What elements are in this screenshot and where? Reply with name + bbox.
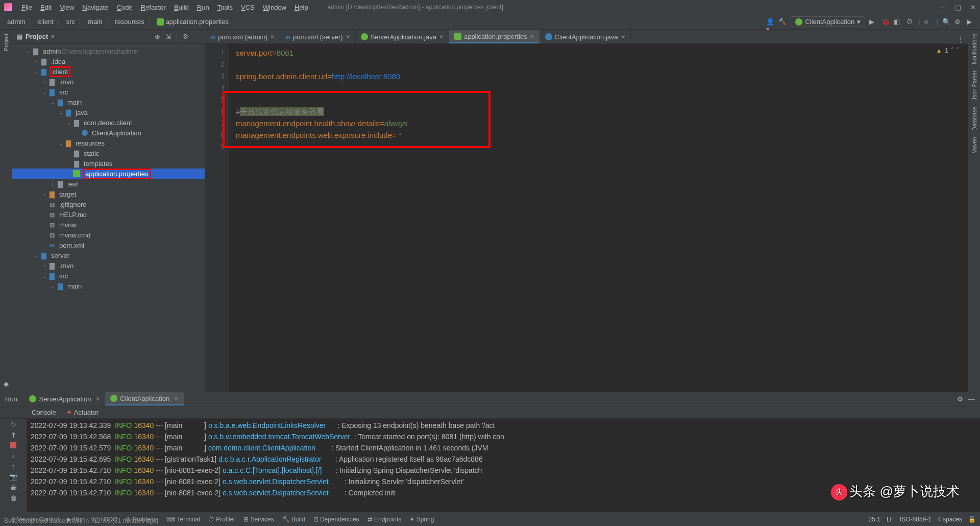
editor-tab[interactable]: ServerApplication.java✕ <box>356 30 449 43</box>
menu-refactor[interactable]: Refactor <box>137 4 170 11</box>
tree-node[interactable]: application.properties <box>12 169 205 179</box>
code-line[interactable] <box>236 141 968 153</box>
tree-node[interactable]: ⌄ ▇com.demo.client <box>12 117 205 128</box>
status-services[interactable]: ⊞ Services <box>239 516 278 523</box>
editor-tab[interactable]: mpom.xml (server)✕ <box>280 30 356 43</box>
tree-node[interactable]: ClientApplication <box>12 128 205 138</box>
tree-node[interactable]: ▥.gitignore <box>12 199 205 209</box>
debug-button[interactable]: 🐞 <box>881 18 890 26</box>
tree-node[interactable]: › ▇target <box>12 189 205 199</box>
tree-node[interactable]: ⌄ ▇main <box>12 97 205 107</box>
close-icon[interactable]: ✕ <box>270 34 275 40</box>
status-spring[interactable]: ✦ Spring <box>405 516 438 523</box>
tree-node[interactable]: › ▇.mvn <box>12 77 205 87</box>
gear-icon[interactable]: ⚙ <box>957 395 963 403</box>
line-separator[interactable]: LF <box>887 516 894 523</box>
code-line[interactable] <box>236 59 968 70</box>
run-config-selector[interactable]: ClientApplication ▾ <box>791 16 865 27</box>
tool-json-parser[interactable]: Json Parser <box>971 70 977 101</box>
hide-icon[interactable]: — <box>194 33 201 40</box>
search-icon[interactable]: 🔍 <box>942 18 950 26</box>
tree-arrow-icon[interactable]: ⌄ <box>33 253 40 258</box>
tool-notifications[interactable]: Notifications <box>971 34 977 64</box>
stop-button[interactable] <box>10 442 16 448</box>
code-line[interactable] <box>236 82 968 94</box>
tree-arrow-icon[interactable]: ⌄ <box>49 100 56 105</box>
tree-arrow-icon[interactable]: ⌄ <box>41 273 48 279</box>
code-line[interactable]: management.endpoint.health.show-details=… <box>236 117 968 129</box>
tree-arrow-icon[interactable]: › <box>41 79 48 85</box>
chevron-down-icon[interactable]: ▾ <box>51 33 55 40</box>
editor-tab[interactable]: application.properties✕ <box>449 30 540 43</box>
tree-arrow-icon[interactable]: ⌄ <box>33 69 40 75</box>
breadcrumb-item[interactable]: client <box>36 18 55 26</box>
menu-edit[interactable]: Edit <box>36 4 56 11</box>
tree-arrow-icon[interactable]: › <box>41 263 48 269</box>
tool-maven[interactable]: Maven <box>971 137 977 154</box>
expand-icon[interactable]: ⇲ <box>165 33 171 40</box>
tree-arrow-icon[interactable]: ⌄ <box>57 140 64 146</box>
editor[interactable]: 123456789 server.port=8081 spring.boot.a… <box>205 44 968 392</box>
menu-code[interactable]: Code <box>113 4 137 11</box>
bookmark-icon[interactable]: ◆ <box>4 380 9 388</box>
down-icon[interactable]: ↓ <box>12 451 15 459</box>
editor-tab[interactable]: ClientApplication.java✕ <box>540 30 631 43</box>
lock-icon[interactable]: 🔓 <box>968 516 976 523</box>
stop-button[interactable]: ■ <box>924 18 933 26</box>
menu-file[interactable]: File <box>17 4 36 11</box>
next-highlight-icon[interactable]: ˇ <box>957 47 959 54</box>
run-tab[interactable]: ClientApplication✕ <box>105 392 184 405</box>
tree-arrow-icon[interactable]: ⌄ <box>24 49 32 54</box>
tree-arrow-icon[interactable]: ⌄ <box>41 89 48 95</box>
tree-node[interactable]: › ▇test <box>12 179 205 189</box>
breadcrumb-item[interactable]: application.properties <box>155 18 231 26</box>
user-icon[interactable]: 👤▾ <box>766 18 774 26</box>
tree-arrow-icon[interactable]: ⌄ <box>49 283 56 289</box>
tree-node[interactable]: ▥HELP.md <box>12 209 205 220</box>
gear-icon[interactable]: ⚙ <box>183 33 189 40</box>
menu-build[interactable]: Build <box>170 4 193 11</box>
breadcrumb-item[interactable]: src <box>64 18 77 26</box>
run-button[interactable]: ▶ <box>869 18 877 26</box>
status-endpoints[interactable]: ⇄ Endpoints <box>363 516 406 523</box>
caret-position[interactable]: 25:1 <box>869 516 880 523</box>
status-dependencies[interactable]: ⊡ Dependencies <box>309 516 363 523</box>
code-line[interactable]: spring.boot.admin.client.url=http://loca… <box>236 70 968 82</box>
hide-icon[interactable]: — <box>968 395 975 403</box>
indent[interactable]: 4 spaces <box>938 516 962 523</box>
settings-icon[interactable]: ⚙ <box>954 18 963 26</box>
tree-node[interactable]: › ▇.idea <box>12 56 205 66</box>
project-tool-button[interactable]: Project <box>3 34 9 51</box>
tree-node[interactable]: ⌄ ▇main <box>12 281 205 291</box>
tree-node[interactable]: ▇templates <box>12 158 205 169</box>
breadcrumb-item[interactable]: admin <box>5 18 27 26</box>
tool-database[interactable]: Database <box>971 107 977 131</box>
close-icon[interactable]: ✕ <box>95 396 100 402</box>
breadcrumb-item[interactable]: main <box>86 18 104 26</box>
tree-node[interactable]: mpom.xml <box>12 240 205 250</box>
menu-view[interactable]: View <box>56 4 78 11</box>
inspection-widget[interactable]: ▲ 1 ˆ ˇ <box>936 47 959 54</box>
tree-node[interactable]: ⌄ ▇java <box>12 107 205 117</box>
actuator-tab[interactable]: ✦Actuator <box>61 409 104 416</box>
console-tab[interactable]: Console <box>27 409 61 416</box>
maximize-button[interactable]: ▢ <box>955 4 961 11</box>
locate-icon[interactable]: ⊕ <box>155 33 160 40</box>
tree-arrow-icon[interactable]: ⌄ <box>65 120 72 126</box>
menu-tools[interactable]: Tools <box>213 4 237 11</box>
camera-icon[interactable]: 📷 <box>9 473 17 481</box>
hammer-icon[interactable]: 🔨 <box>778 18 787 26</box>
code-line[interactable]: server.port=8081 <box>236 47 968 59</box>
print-icon[interactable]: 🖶 <box>10 484 17 491</box>
tree-node[interactable]: ⌄ ▇src <box>12 271 205 281</box>
close-icon[interactable]: ✕ <box>439 34 444 40</box>
tree-node[interactable]: ▥mvnw <box>12 220 205 230</box>
breadcrumb-item[interactable]: resources <box>113 18 146 26</box>
tree-arrow-icon[interactable]: › <box>41 192 48 197</box>
tree-node[interactable]: ⌄ ▇src <box>12 87 205 97</box>
close-icon[interactable]: ✕ <box>346 34 350 40</box>
profile-button[interactable]: ⏱ <box>906 18 914 26</box>
tree-arrow-icon[interactable]: › <box>49 181 56 187</box>
tree-arrow-icon[interactable]: ⌄ <box>57 110 64 115</box>
run-anything-icon[interactable]: ▶ <box>967 18 975 26</box>
